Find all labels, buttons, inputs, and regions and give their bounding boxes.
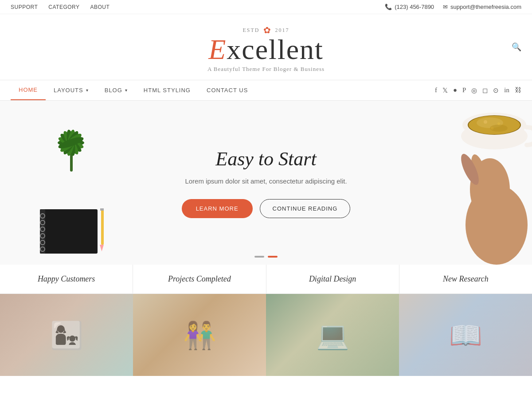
logo-subtitle: A Beautyful Theme For Bloger & Business [0, 66, 532, 73]
search-icon[interactable]: 🔍 [512, 42, 521, 52]
twitter-icon[interactable]: 𝕏 [442, 86, 448, 94]
plant-image [38, 118, 104, 176]
plant-svg [38, 118, 104, 176]
facebook-icon[interactable]: f [435, 86, 437, 94]
stats-bar: Happy Customers Projects Completed Digit… [0, 265, 532, 294]
hero-buttons: LEARN MORE CONTINUE READING [182, 199, 351, 218]
top-nav: SUPPORT CATEGORY ABOUT [11, 4, 110, 10]
chevron-down-icon: ▾ [125, 88, 128, 93]
stat-digital-design: Digital Design [266, 265, 399, 293]
grid-image-family[interactable] [0, 294, 133, 376]
email-address: support@themefreesia.com [450, 4, 521, 10]
hero-left-images [0, 101, 142, 265]
grid-image-reading[interactable] [399, 294, 532, 376]
top-contact: 📞 (123) 456-7890 ✉ support@themefreesia.… [385, 4, 521, 10]
estd-label: ESTD [243, 27, 260, 34]
circle-icon[interactable]: ● [453, 86, 457, 94]
continue-reading-button[interactable]: CONTINUE READING [260, 199, 351, 218]
nav-home[interactable]: HOME [11, 80, 46, 100]
nav-links: HOME LAYOUTS▾ BLOG▾ HTML STYLING CONTACT… [11, 80, 256, 100]
notebook-svg [31, 207, 111, 256]
social-links: f 𝕏 ● P ◎ ◻ ⊙ in ⛓ [435, 86, 521, 94]
nav-layouts[interactable]: LAYOUTS▾ [46, 80, 97, 100]
svg-rect-20 [101, 209, 104, 245]
svg-point-35 [491, 127, 494, 130]
linkedin-icon[interactable]: in [504, 86, 509, 94]
chevron-down-icon: ▾ [86, 88, 89, 93]
nav-html-styling[interactable]: HTML STYLING [136, 80, 199, 100]
estd-year: 2017 [275, 27, 289, 34]
link-icon[interactable]: ⛓ [515, 86, 521, 94]
grid-image-desk[interactable] [266, 294, 399, 376]
nav-blog[interactable]: BLOG▾ [97, 80, 136, 100]
image-grid [0, 294, 532, 376]
pinterest-icon[interactable]: P [462, 86, 466, 94]
flickr-icon[interactable]: ⊙ [493, 86, 499, 94]
top-nav-about[interactable]: ABOUT [90, 4, 110, 10]
hero-description: Lorem ipsum dolor sit amet, consectetur … [182, 177, 351, 185]
top-bar: SUPPORT CATEGORY ABOUT 📞 (123) 456-7890 … [0, 0, 532, 14]
top-nav-support[interactable]: SUPPORT [11, 4, 38, 10]
email-icon: ✉ [443, 4, 448, 10]
logo-first-letter: E [208, 34, 227, 65]
nav-contact-us[interactable]: CONTACT US [199, 80, 256, 100]
phone-icon: 📞 [385, 4, 392, 10]
phone-contact: 📞 (123) 456-7890 [385, 4, 434, 10]
top-nav-category[interactable]: CATEGORY [48, 4, 79, 10]
stat-happy-customers: Happy Customers [0, 265, 133, 293]
svg-rect-12 [40, 209, 98, 254]
learn-more-button[interactable]: LEARN MORE [182, 199, 253, 218]
coffee-svg [421, 101, 532, 265]
instagram-icon[interactable]: ◻ [482, 86, 488, 94]
svg-rect-22 [100, 208, 104, 211]
slide-dot-2[interactable] [268, 256, 278, 258]
notebook-image [31, 207, 111, 256]
svg-point-34 [497, 122, 500, 125]
email-contact: ✉ support@themefreesia.com [443, 4, 521, 10]
svg-point-33 [484, 120, 487, 124]
hero-title: Easy to Start [182, 148, 351, 170]
stat-new-research: New Research [399, 265, 532, 293]
grid-image-couple[interactable] [133, 294, 266, 376]
dribbble-icon[interactable]: ◎ [471, 86, 477, 94]
site-title[interactable]: Excellent [0, 35, 532, 64]
hero-content: Easy to Start Lorem ipsum dolor sit amet… [182, 148, 351, 218]
logo-rest: xcellent [227, 34, 324, 65]
slide-dot-1[interactable] [254, 256, 264, 258]
main-nav: HOME LAYOUTS▾ BLOG▾ HTML STYLING CONTACT… [0, 80, 532, 101]
svg-marker-21 [100, 245, 104, 251]
hero-slider: Easy to Start Lorem ipsum dolor sit amet… [0, 101, 532, 265]
stat-projects-completed: Projects Completed [133, 265, 266, 293]
hero-right-image [421, 101, 532, 265]
slider-dots [254, 256, 278, 258]
logo-area: ESTD ✿ 2017 Excellent A Beautyful Theme … [0, 14, 532, 80]
phone-number: (123) 456-7890 [395, 4, 434, 10]
